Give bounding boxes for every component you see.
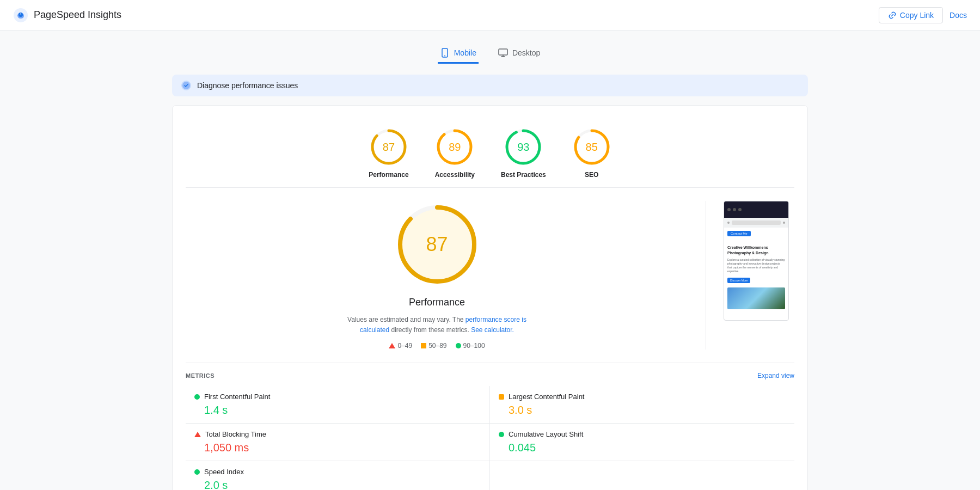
category-accessibility[interactable]: 89 Accessibility — [435, 127, 475, 179]
mock-cta-button: Contact Me — [727, 231, 751, 236]
tbt-indicator-triangle — [194, 432, 201, 437]
screenshot-section: Contact Me Creative WillkommensPhotograp… — [724, 201, 794, 321]
mock-dot-2 — [733, 208, 736, 211]
metrics-header: METRICS Expand view — [186, 372, 794, 379]
mock-browser-header — [724, 201, 788, 218]
mock-nav-bar — [724, 218, 788, 228]
average-square-icon — [421, 343, 426, 348]
mock-url-bar — [732, 220, 781, 225]
mobile-tab-label: Mobile — [454, 48, 476, 57]
accessibility-label: Accessibility — [435, 171, 475, 179]
diagnose-text: Diagnose performance issues — [197, 81, 298, 90]
performance-score-ring: 87 — [369, 127, 408, 167]
legend-good: 90–100 — [456, 342, 485, 350]
legend-good-label: 90–100 — [463, 342, 485, 350]
desc-text-2: directly from these metrics. — [389, 326, 471, 334]
si-indicator-dot — [194, 469, 200, 475]
tbt-value: 1,050 ms — [194, 442, 481, 454]
mock-nav-dot-1 — [727, 222, 730, 224]
category-scores: 87 Performance 89 Accessibility — [186, 119, 794, 188]
category-performance[interactable]: 87 Performance — [369, 127, 408, 179]
lcp-label: Largest Contentful Paint — [509, 393, 584, 401]
metric-si-name-row: Speed Index — [194, 468, 481, 476]
seo-score-value: 85 — [586, 141, 598, 154]
best-practices-score-value: 93 — [517, 141, 529, 154]
cls-indicator-dot — [499, 432, 504, 437]
accessibility-score-value: 89 — [449, 141, 461, 154]
mock-nav-dot-2 — [783, 222, 785, 224]
calculator-link[interactable]: See calculator. — [471, 326, 514, 334]
pagespeed-logo-icon — [13, 8, 28, 23]
good-dot-icon — [456, 343, 461, 348]
diagnose-banner[interactable]: Diagnose performance issues — [172, 75, 808, 96]
big-performance-score: 87 — [426, 233, 448, 256]
performance-label: Performance — [369, 171, 408, 179]
cls-value: 0.045 — [499, 442, 786, 454]
si-value: 2.0 s — [194, 479, 481, 490]
performance-description: Values are estimated and may vary. The p… — [334, 315, 541, 335]
mock-page-subtext: Explore a curated collection of visually… — [727, 258, 785, 273]
category-seo[interactable]: 85 SEO — [572, 127, 611, 179]
expand-view-button[interactable]: Expand view — [757, 372, 794, 379]
performance-detail: 87 Performance Values are estimated and … — [186, 201, 794, 350]
lcp-value: 3.0 s — [499, 404, 786, 416]
mock-page-heading: Creative WillkommensPhotography & Design — [727, 245, 785, 256]
legend-average-label: 50–89 — [428, 342, 446, 350]
tab-desktop[interactable]: Desktop — [496, 44, 542, 64]
performance-score-value: 87 — [383, 141, 395, 154]
metrics-section: METRICS Expand view First Contentful Pai… — [186, 363, 794, 490]
score-card: 87 Performance 89 Accessibility — [172, 105, 808, 490]
desktop-tab-label: Desktop — [512, 48, 540, 57]
metric-si: Speed Index 2.0 s — [186, 461, 490, 490]
fail-triangle-icon — [389, 343, 395, 348]
mock-spacer — [727, 238, 785, 243]
best-practices-label: Best Practices — [501, 171, 546, 179]
perf-divider — [706, 201, 706, 350]
app-name: PageSpeed Insights — [34, 9, 121, 21]
mock-discover-btn: Discover More — [727, 278, 785, 283]
header: PageSpeed Insights Copy Link Docs — [0, 0, 980, 30]
legend-fail-label: 0–49 — [397, 342, 412, 350]
svg-rect-4 — [499, 49, 507, 55]
metric-tbt-name-row: Total Blocking Time — [194, 430, 481, 438]
docs-link[interactable]: Docs — [950, 11, 967, 20]
device-tabs: Mobile Desktop — [172, 44, 808, 64]
accessibility-score-ring: 89 — [435, 127, 474, 167]
score-legend: 0–49 50–89 90–100 — [389, 342, 485, 350]
copy-link-button[interactable]: Copy Link — [879, 7, 943, 23]
svg-point-3 — [444, 56, 445, 57]
perf-score-section: 87 Performance Values are estimated and … — [186, 201, 688, 350]
metric-lcp: Largest Contentful Paint 3.0 s — [490, 386, 794, 424]
lcp-indicator-square — [499, 394, 504, 400]
category-best-practices[interactable]: 93 Best Practices — [501, 127, 546, 179]
metric-tbt: Total Blocking Time 1,050 ms — [186, 424, 490, 461]
metric-fcp: First Contentful Paint 1.4 s — [186, 386, 490, 424]
performance-detail-title: Performance — [409, 297, 465, 308]
fcp-value: 1.4 s — [194, 404, 481, 416]
diagnose-icon — [181, 80, 192, 91]
metrics-title: METRICS — [186, 372, 215, 379]
cls-label: Cumulative Layout Shift — [509, 430, 583, 438]
mock-discover-label: Discover More — [727, 278, 750, 283]
legend-average: 50–89 — [421, 342, 446, 350]
page-screenshot: Contact Me Creative WillkommensPhotograp… — [724, 201, 789, 321]
tab-mobile[interactable]: Mobile — [438, 44, 479, 64]
header-actions: Copy Link Docs — [879, 7, 967, 23]
fcp-indicator-dot — [194, 394, 200, 400]
metrics-grid: First Contentful Paint 1.4 s Largest Con… — [186, 386, 794, 490]
mobile-icon — [440, 48, 450, 58]
mock-dot-1 — [727, 208, 731, 211]
main-content: Mobile Desktop Diagnose performance issu… — [163, 30, 817, 490]
si-label: Speed Index — [204, 468, 244, 476]
seo-score-ring: 85 — [572, 127, 611, 167]
metric-lcp-name-row: Largest Contentful Paint — [499, 393, 786, 401]
fcp-label: First Contentful Paint — [204, 393, 270, 401]
seo-label: SEO — [585, 171, 598, 179]
desktop-icon — [498, 48, 508, 58]
best-practices-score-ring: 93 — [504, 127, 543, 167]
mock-dot-3 — [738, 208, 742, 211]
mock-page-body: Contact Me Creative WillkommensPhotograp… — [724, 228, 788, 313]
tbt-label: Total Blocking Time — [205, 430, 266, 438]
metric-cls: Cumulative Layout Shift 0.045 — [490, 424, 794, 461]
mock-page-image — [727, 287, 785, 309]
